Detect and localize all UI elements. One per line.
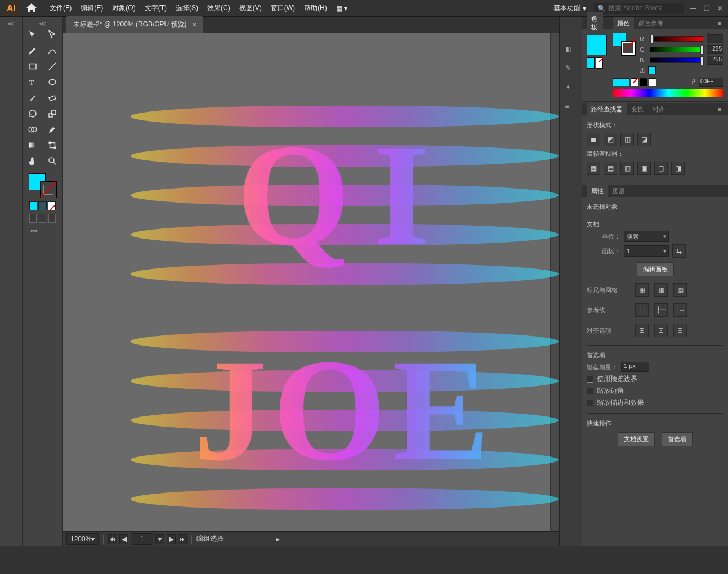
key-increment-input[interactable]: 1 px: [621, 362, 649, 372]
scale-tool[interactable]: [43, 106, 63, 122]
type-tool[interactable]: T: [23, 74, 43, 90]
menu-window[interactable]: 窗口(W): [266, 1, 300, 15]
snap-point-icon[interactable]: ⊡: [654, 324, 668, 337]
draw-behind[interactable]: [39, 214, 46, 223]
panel-menu-icon[interactable]: ≡: [716, 106, 723, 113]
artboard-prev-icon[interactable]: ◀: [119, 534, 128, 544]
menu-type[interactable]: 文字(T): [140, 1, 171, 15]
units-select[interactable]: 像素▾: [624, 231, 669, 242]
status-more-icon[interactable]: ▸: [276, 535, 280, 543]
color-panel-tab[interactable]: 颜色: [613, 17, 634, 30]
menu-view[interactable]: 视图(V): [235, 1, 266, 15]
artboard-dropdown-icon[interactable]: ▾: [155, 534, 164, 544]
use-preview-bounds-checkbox[interactable]: [587, 376, 593, 383]
rotate-tool[interactable]: [23, 106, 43, 122]
line-tool[interactable]: [43, 59, 63, 74]
show-guides-icon[interactable]: ┊┊: [635, 303, 649, 317]
edit-toolbar-icon[interactable]: •••: [26, 225, 59, 237]
artboard-number[interactable]: 1: [131, 533, 153, 545]
free-transform-tool[interactable]: [43, 137, 63, 153]
menu-select[interactable]: 选择(S): [171, 1, 203, 15]
trim-icon[interactable]: ▤: [604, 162, 617, 175]
brushes-icon[interactable]: ✎: [565, 64, 577, 75]
direct-selection-tool[interactable]: [43, 27, 63, 43]
swatch-none[interactable]: [596, 57, 604, 69]
edit-artboards-button[interactable]: 编辑画板: [637, 262, 674, 276]
unite-icon[interactable]: ◼: [587, 133, 600, 146]
lock-guides-icon[interactable]: ┊╪: [654, 303, 668, 317]
r-slider[interactable]: [650, 36, 703, 42]
gradient-tool[interactable]: [23, 137, 43, 153]
eyedropper-tool[interactable]: [43, 122, 63, 137]
transform-tab[interactable]: 变换: [627, 103, 648, 116]
menu-object[interactable]: 对象(O): [108, 1, 140, 15]
libraries-icon[interactable]: ◧: [565, 45, 577, 56]
snap-pixel-icon[interactable]: ⊞: [635, 324, 649, 337]
swatches-panel-tab[interactable]: 色板: [587, 12, 603, 34]
minus-back-icon[interactable]: ◨: [671, 162, 685, 175]
minus-front-icon[interactable]: ◩: [604, 133, 617, 146]
g-value[interactable]: 255: [707, 45, 723, 54]
zoom-level[interactable]: 1200% ▾: [66, 533, 99, 545]
shape-builder-tool[interactable]: [23, 122, 43, 137]
pathfinder-tab[interactable]: 路径查找器: [587, 103, 627, 116]
search-input[interactable]: 🔍搜索 Adobe Stock: [594, 3, 684, 14]
paintbrush-tool[interactable]: [23, 90, 43, 106]
panel-menu-icon[interactable]: ≡: [716, 20, 723, 26]
intersect-icon[interactable]: ◫: [620, 133, 634, 146]
exclude-icon[interactable]: ◪: [637, 133, 651, 146]
window-close-icon[interactable]: ✕: [716, 4, 725, 13]
menu-help[interactable]: 帮助(H): [300, 1, 332, 15]
fill-stroke-indicator[interactable]: [29, 173, 57, 198]
menu-file[interactable]: 文件(F): [45, 1, 76, 15]
window-restore-icon[interactable]: ❐: [702, 4, 711, 13]
close-tab-icon[interactable]: ✕: [191, 21, 197, 29]
document-tab[interactable]: 未标题-2* @ 1200% (RGB/GPU 预览) ✕: [66, 16, 203, 33]
pen-tool[interactable]: [23, 43, 43, 59]
document-setup-button[interactable]: 文档设置: [618, 432, 655, 446]
artboard-last-icon[interactable]: ⏭: [178, 534, 187, 544]
ellipse-tool[interactable]: [43, 74, 63, 90]
color-mode-none[interactable]: [48, 201, 56, 210]
scale-strokes-checkbox[interactable]: [587, 400, 593, 406]
crop-icon[interactable]: ▣: [637, 162, 651, 175]
layers-tab[interactable]: 图层: [608, 185, 629, 198]
window-minimize-icon[interactable]: —: [689, 4, 698, 13]
closest-color[interactable]: [648, 66, 656, 74]
swatch-cell[interactable]: [587, 57, 595, 69]
hand-tool[interactable]: [23, 153, 43, 169]
snap-grid-icon[interactable]: ⊟: [673, 324, 687, 337]
none-color[interactable]: [631, 78, 638, 86]
merge-icon[interactable]: ▥: [620, 162, 634, 175]
collapse-icon[interactable]: ≪: [0, 20, 22, 27]
scale-corners-checkbox[interactable]: [587, 388, 593, 394]
stroke-swatch[interactable]: [40, 181, 57, 198]
align-tab[interactable]: 对齐: [648, 103, 669, 116]
color-mode-gradient[interactable]: [38, 201, 46, 210]
eraser-tool[interactable]: [43, 90, 63, 106]
b-slider[interactable]: [650, 57, 703, 63]
r-value[interactable]: [707, 34, 723, 43]
symbols-icon[interactable]: ✦: [565, 83, 577, 95]
artboard-nav-icon[interactable]: ⇆: [672, 244, 686, 258]
rulers-icon[interactable]: ▦: [635, 283, 649, 297]
draw-normal[interactable]: [29, 214, 37, 223]
workspace-switcher[interactable]: 基本功能▾: [550, 2, 589, 14]
arrange-docs-icon[interactable]: ▦ ▾: [332, 2, 352, 15]
hex-input[interactable]: 00FF: [699, 78, 723, 87]
artboard-next-icon[interactable]: ▶: [167, 534, 176, 544]
g-slider[interactable]: [650, 47, 703, 52]
b-value[interactable]: 255: [707, 56, 723, 65]
color-fill-stroke[interactable]: [613, 33, 635, 55]
zoom-tool[interactable]: [43, 153, 63, 169]
grid-icon[interactable]: ▩: [654, 283, 668, 297]
stroke-icon[interactable]: ≡: [565, 102, 577, 114]
properties-tab[interactable]: 属性: [587, 185, 608, 198]
transparency-grid-icon[interactable]: ▨: [673, 283, 687, 297]
swatch-cyan[interactable]: [587, 35, 607, 55]
rectangle-tool[interactable]: [23, 59, 43, 74]
canvas[interactable]: QI JOE: [63, 33, 550, 531]
divide-icon[interactable]: ▦: [587, 162, 600, 175]
tools-collapse-icon[interactable]: ≪: [23, 20, 62, 27]
smart-guides-icon[interactable]: ┊→: [673, 303, 687, 317]
